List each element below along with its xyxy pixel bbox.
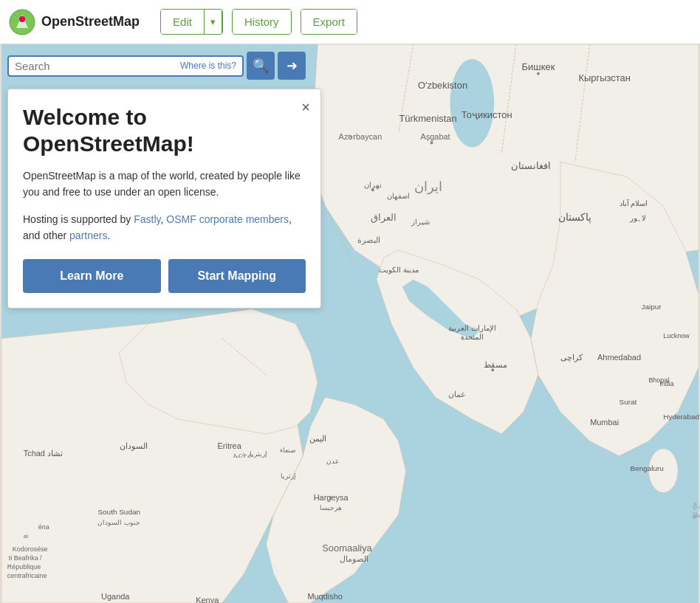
search-input-wrap: Where is this? xyxy=(7,55,244,77)
dropdown-arrow-icon: ▾ xyxy=(210,16,216,27)
svg-text:al: al xyxy=(24,533,28,540)
edit-dropdown-button[interactable]: ▾ xyxy=(205,10,222,33)
svg-text:Lucknow: Lucknow xyxy=(663,332,690,340)
svg-text:Тоҷикистон: Тоҷикистон xyxy=(461,109,512,120)
svg-text:ශ්‍රී ලංකා: ශ්‍රී ලංකා xyxy=(693,503,700,510)
edit-button[interactable]: Edit xyxy=(161,10,205,34)
fastly-link[interactable]: Fastly xyxy=(134,213,160,225)
search-button[interactable]: 🔍 xyxy=(247,52,275,80)
svg-text:هرجيسا: هرجيسا xyxy=(320,504,342,512)
action-buttons: Learn More Start Mapping xyxy=(23,259,306,293)
welcome-panel: × Welcome to OpenStreetMap! OpenStreetMa… xyxy=(7,89,321,309)
welcome-description: OpenStreetMap is a map of the world, cre… xyxy=(23,168,306,201)
svg-text:Uganda: Uganda xyxy=(101,592,130,601)
edit-button-group: Edit ▾ xyxy=(160,9,223,35)
svg-text:இலங்கை: இலங்கை xyxy=(693,512,700,519)
svg-point-40 xyxy=(491,368,494,371)
svg-text:Tchad تشاد: Tchad تشاد xyxy=(24,449,63,458)
svg-text:پاکستان: پاکستان xyxy=(558,211,591,224)
svg-text:South Sudan: South Sudan xyxy=(97,508,140,516)
svg-text:اسلام آباد: اسلام آباد xyxy=(620,199,648,208)
svg-text:Eritrea: Eritrea xyxy=(218,441,242,450)
period: . xyxy=(107,230,110,241)
svg-text:Mumbai: Mumbai xyxy=(590,418,619,427)
start-mapping-button[interactable]: Start Mapping xyxy=(168,259,306,293)
hosting-text: Hosting is supported by Fastly, OSMF cor… xyxy=(23,211,306,244)
svg-text:افغانستان: افغانستان xyxy=(511,160,551,171)
app-title: OpenStreetMap xyxy=(41,14,140,30)
svg-text:Bengaluru: Bengaluru xyxy=(630,464,663,472)
svg-point-22 xyxy=(537,72,540,75)
directions-button[interactable]: ➜ xyxy=(278,52,306,80)
svg-text:Ahmedabad: Ahmedabad xyxy=(597,353,641,362)
welcome-desc-text: OpenStreetMap is a map of the world, cre… xyxy=(23,170,301,198)
logo-area: OpenStreetMap xyxy=(9,9,140,35)
search-icon: 🔍 xyxy=(253,58,269,74)
history-button[interactable]: History xyxy=(233,10,291,34)
svg-text:جنوب السودان: جنوب السودان xyxy=(97,519,140,527)
learn-more-button[interactable]: Learn More xyxy=(23,259,161,293)
svg-point-51 xyxy=(329,497,332,500)
svg-text:اليمن: اليمن xyxy=(309,434,326,444)
osmf-link[interactable]: OSMF corporate members xyxy=(166,213,289,225)
svg-text:البصرة: البصرة xyxy=(357,235,380,245)
history-button-group: History xyxy=(232,9,292,35)
svg-text:صنعاء: صنعاء xyxy=(280,447,296,454)
svg-text:کراچی: کراچی xyxy=(560,353,583,362)
close-button[interactable]: × xyxy=(301,100,310,114)
svg-text:India: India xyxy=(659,380,673,387)
svg-text:مسقط: مسقط xyxy=(484,360,507,369)
svg-text:Azərbaycan: Azərbaycan xyxy=(339,132,382,141)
svg-text:Кыргызстан: Кыргызстан xyxy=(578,72,630,83)
svg-text:عمان: عمان xyxy=(448,390,466,399)
search-bar: Where is this? 🔍 ➜ xyxy=(7,52,306,80)
svg-text:Türkmenistan: Türkmenistan xyxy=(399,113,456,124)
directions-icon: ➜ xyxy=(286,58,298,74)
svg-text:Kodorosése: Kodorosése xyxy=(13,545,48,553)
svg-point-1 xyxy=(19,16,25,22)
svg-text:République: République xyxy=(7,563,41,571)
hosting-prefix: Hosting is supported by xyxy=(23,213,134,225)
svg-text:شیراز: شیراز xyxy=(411,218,430,227)
export-button[interactable]: Export xyxy=(301,10,357,34)
where-is-this-link[interactable]: Where is this? xyxy=(180,61,236,71)
svg-text:لاہور: لاہور xyxy=(629,214,646,223)
svg-text:إريتريا: إريتريا xyxy=(250,450,267,458)
svg-point-56 xyxy=(322,595,325,598)
svg-text:الإمارات العربية: الإمارات العربية xyxy=(448,324,496,333)
svg-text:Muqdisho: Muqdisho xyxy=(307,592,342,601)
svg-point-26 xyxy=(430,141,433,144)
osm-logo-icon xyxy=(9,9,35,35)
svg-text:السودان: السودان xyxy=(120,441,148,451)
svg-text:Aşgabat: Aşgabat xyxy=(420,132,450,141)
svg-text:ኤርትራ: ኤርትራ xyxy=(233,452,253,459)
svg-text:الصومال: الصومال xyxy=(340,554,368,564)
svg-text:centrafricaine: centrafricaine xyxy=(7,572,47,579)
welcome-title: Welcome to OpenStreetMap! xyxy=(23,104,306,157)
svg-text:éna: éna xyxy=(38,523,49,531)
svg-text:عدن: عدن xyxy=(326,458,339,465)
svg-point-36 xyxy=(371,188,374,191)
svg-text:Бишкек: Бишкек xyxy=(522,61,555,72)
navbar: OpenStreetMap Edit ▾ History Export xyxy=(0,0,700,44)
svg-text:العراق: العراق xyxy=(371,212,397,224)
svg-text:مدينة الكويت: مدينة الكويت xyxy=(379,266,419,275)
svg-text:إرتريا: إرتريا xyxy=(281,472,296,480)
svg-text:ایران: ایران xyxy=(414,179,442,195)
svg-text:Hyderabad: Hyderabad xyxy=(663,413,699,421)
export-button-group: Export xyxy=(301,9,357,35)
search-input[interactable] xyxy=(15,60,177,72)
svg-text:Soomaaliya: Soomaaliya xyxy=(322,542,372,554)
svg-point-12 xyxy=(450,59,494,148)
svg-text:Surat: Surat xyxy=(620,398,637,406)
svg-text:المتحدة: المتحدة xyxy=(461,333,484,341)
svg-text:ti Beafrika /: ti Beafrika / xyxy=(9,554,42,562)
svg-text:O'zbekiston: O'zbekiston xyxy=(418,80,467,91)
svg-text:Kenya: Kenya xyxy=(196,596,219,603)
partners-link[interactable]: partners xyxy=(69,230,107,241)
svg-text:Jaipur: Jaipur xyxy=(641,303,662,311)
svg-text:اصفهان: اصفهان xyxy=(387,192,410,201)
